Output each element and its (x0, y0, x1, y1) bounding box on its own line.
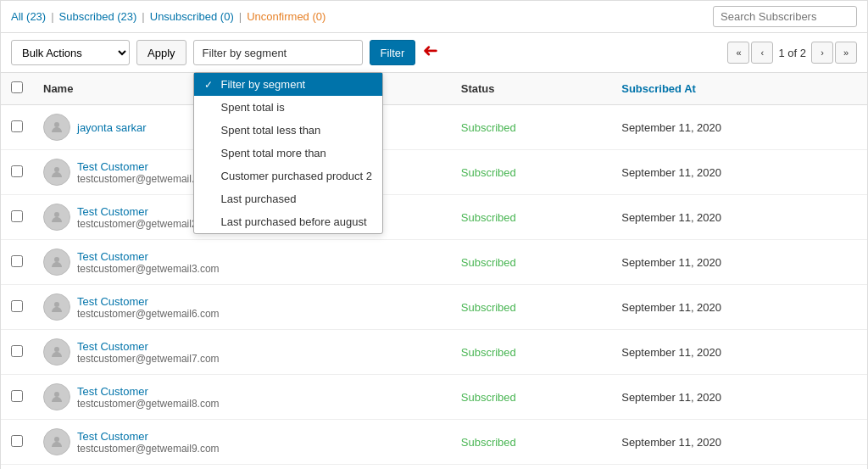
row-status-cell: Subscribed (451, 330, 611, 375)
row-checkbox-cell (1, 465, 33, 470)
table-row: Test Customer testcustomer@getwemail6.co… (1, 285, 867, 330)
prev-page-button[interactable]: ‹ (751, 42, 773, 64)
subscriber-email: testcustomer@getwemail9.com (77, 443, 220, 455)
tab-unsubscribed[interactable]: Unsubscribed (0) (150, 10, 234, 23)
dropdown-item-label: Spent total more than (221, 147, 326, 159)
avatar (43, 248, 70, 276)
svg-point-3 (54, 257, 59, 262)
tab-all[interactable]: All (23) (11, 10, 46, 23)
check-icon: ✓ (204, 79, 216, 91)
top-bar: Bulk Actions Apply Filter by segment ✓ F… (1, 33, 867, 73)
row-checkbox-cell (1, 240, 33, 285)
dropdown-item-last-purchased-before[interactable]: Last purchased before august (194, 210, 382, 233)
avatar (43, 293, 70, 321)
row-checkbox-6[interactable] (11, 390, 23, 402)
row-checkbox-2[interactable] (11, 210, 23, 222)
tab-unconfirmed[interactable]: Unconfirmed (0) (247, 10, 326, 23)
sep2: | (142, 10, 144, 23)
sep1: | (51, 10, 53, 23)
tabs-bar: All (23) | Subscribed (23) | Unsubscribe… (1, 1, 867, 33)
name-info: Test Customer testcustomer@getwemail6.co… (77, 295, 220, 320)
row-checkbox-cell (1, 330, 33, 375)
subscriber-name[interactable]: jayonta sarkar (77, 121, 147, 134)
row-subscribed-at-cell: September 11, 2020 (611, 105, 867, 150)
dropdown-item-spent-total-more[interactable]: Spent total more than (194, 142, 382, 165)
dropdown-item-label: Filter by segment (221, 78, 306, 91)
status-badge: Subscribed (461, 436, 516, 449)
row-status-cell: Subscribed (451, 465, 611, 470)
svg-point-4 (54, 302, 59, 307)
subscriber-email: testcustomer@getwemail3.com (77, 263, 220, 275)
svg-point-0 (54, 122, 59, 127)
subscriber-email: testcustomer@getwemail7.com (77, 353, 220, 365)
dropdown-item-label: Customer purchased product 2 (221, 170, 372, 182)
svg-point-2 (54, 212, 59, 217)
row-name-cell: Test Customer testing@exampleme.com (33, 465, 451, 470)
dropdown-item-label: Last purchased (221, 193, 297, 205)
search-box (713, 6, 857, 27)
col-header-subscribed-at[interactable]: Subscribed At (611, 73, 867, 105)
dropdown-item-spent-total-is[interactable]: Spent total is (194, 96, 382, 119)
segment-area: Filter by segment ✓ Filter by segment Sp… (193, 40, 363, 65)
arrow-indicator-1: ➜ (423, 40, 438, 62)
apply-button[interactable]: Apply (136, 40, 186, 65)
dropdown-item-filter-by-segment[interactable]: ✓ Filter by segment (194, 73, 382, 96)
total-pages: 2 (800, 47, 806, 59)
subscriber-email: testcustomer@getwemail6.com (77, 308, 220, 320)
row-name-cell: Test Customer testcustomer@getwemail7.co… (33, 330, 451, 375)
row-status-cell: Subscribed (451, 420, 611, 465)
pagination: « ‹ 1 of 2 › » (727, 42, 857, 64)
row-checkbox-cell (1, 105, 33, 150)
dropdown-item-customer-purchased[interactable]: Customer purchased product 2 (194, 165, 382, 187)
row-checkbox-4[interactable] (11, 300, 23, 312)
subscriber-name[interactable]: Test Customer (77, 430, 220, 443)
row-checkbox-1[interactable] (11, 165, 23, 177)
row-status-cell: Subscribed (451, 285, 611, 330)
row-checkbox-7[interactable] (11, 435, 23, 447)
sep3: | (239, 10, 242, 23)
tab-subscribed[interactable]: Subscribed (23) (59, 10, 137, 23)
avatar (43, 338, 70, 366)
select-all-cell (1, 73, 33, 105)
subscriber-name[interactable]: Test Customer (77, 250, 220, 263)
row-checkbox-cell (1, 285, 33, 330)
subscriber-name[interactable]: Test Customer (77, 385, 220, 398)
row-name-cell: Test Customer testcustomer@getwemail6.co… (33, 285, 451, 330)
row-checkbox-5[interactable] (11, 345, 23, 357)
status-badge: Subscribed (461, 166, 516, 179)
status-badge: Subscribed (461, 256, 516, 269)
dropdown-item-label: Last purchased before august (221, 215, 367, 228)
first-page-button[interactable]: « (727, 42, 749, 64)
row-subscribed-at-cell: September 11, 2020 (611, 195, 867, 240)
row-checkbox-cell (1, 420, 33, 465)
subscriber-name[interactable]: Test Customer (77, 295, 220, 308)
row-checkbox-0[interactable] (11, 120, 23, 132)
search-input[interactable] (713, 6, 857, 27)
avatar (43, 159, 70, 186)
svg-point-1 (54, 167, 59, 172)
dropdown-item-spent-total-less[interactable]: Spent total less than (194, 119, 382, 142)
filter-button[interactable]: Filter (370, 40, 416, 65)
next-page-button[interactable]: › (811, 42, 833, 64)
subscriber-name[interactable]: Test Customer (77, 340, 220, 353)
name-info: jayonta sarkar (77, 121, 147, 134)
row-checkbox-3[interactable] (11, 255, 23, 267)
dropdown-item-label: Spent total is (221, 101, 285, 114)
table-header-row: Name Status Subscribed At (1, 73, 867, 105)
dropdown-item-last-purchased[interactable]: Last purchased (194, 187, 382, 210)
status-badge: Subscribed (461, 346, 516, 359)
avatar (43, 114, 70, 141)
segment-trigger[interactable]: Filter by segment (193, 40, 363, 65)
last-page-button[interactable]: » (835, 42, 857, 64)
select-all-checkbox[interactable] (11, 81, 23, 93)
name-info: Test Customer testcustomer@getwemail7.co… (77, 340, 220, 365)
bulk-actions-select[interactable]: Bulk Actions (11, 40, 130, 65)
subscriber-email: testcustomer@getwemail8.com (77, 398, 220, 410)
row-status-cell: Subscribed (451, 375, 611, 420)
table-row: Test Customer testcustomer@getwemail2.co… (1, 195, 867, 240)
table-row: Test Customer testcustomer@getwemail7.co… (1, 330, 867, 375)
status-badge: Subscribed (461, 121, 516, 134)
page-wrapper: All (23) | Subscribed (23) | Unsubscribe… (0, 0, 868, 469)
row-name-cell: Test Customer testcustomer@getwemail3.co… (33, 240, 451, 285)
table-row: jayonta sarkar Subscribed September 11, … (1, 105, 867, 150)
